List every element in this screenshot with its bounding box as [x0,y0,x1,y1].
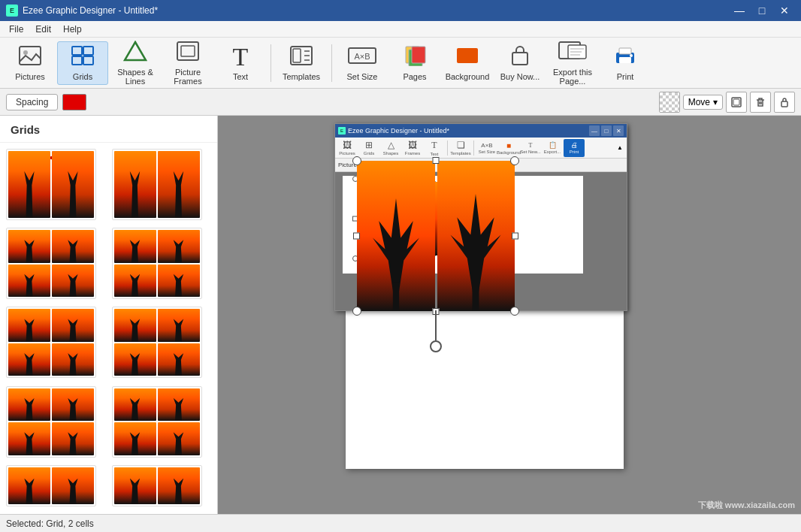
toolbar-background[interactable]: Background [442,41,493,85]
grid-thumb-3[interactable] [6,228,96,299]
inner-maximize: □ [601,125,612,136]
svg-rect-10 [293,49,301,62]
toolbar-pages[interactable]: Pages [389,41,440,85]
toolbar-divider-2 [331,44,332,82]
export-icon [558,41,588,65]
toolbar-templates[interactable]: Templates [276,41,327,85]
grid-thumb-2[interactable] [112,149,202,220]
grid-thumb-8[interactable] [112,386,202,458]
grid-thumb-9[interactable] [6,465,96,506]
main-layout: Grids [0,116,801,514]
toolbar-set-size[interactable]: A×B Set Size [337,41,388,85]
svg-rect-28 [619,48,631,54]
inner-templates-icon: ❏ [457,140,465,150]
spacing-button[interactable]: Spacing [6,94,58,110]
main-grid-selection[interactable] [357,161,515,311]
pages-icon [403,45,427,70]
grid-thumb-10[interactable] [112,465,202,506]
background-icon [455,45,479,70]
svg-rect-31 [733,99,739,105]
inner-setsize-btn: A×B Set Size [476,139,497,157]
sel-handle-ml[interactable] [353,233,360,240]
svg-rect-5 [83,56,93,65]
svg-rect-34 [781,101,787,107]
inner-grids-btn: ⊞ Grids [358,139,379,157]
templates-label: Templates [283,72,320,81]
inner-export-lbl: Export... [544,150,561,154]
inner-bg-icon: ■ [506,141,511,150]
svg-rect-3 [83,47,93,55]
svg-rect-20 [512,53,527,65]
svg-text:A×B: A×B [354,52,370,61]
toolbar-print[interactable]: Print [600,41,651,85]
pictures-label: Pictures [15,72,45,81]
status-text: Selected: Grid, 2 cells [6,518,94,529]
panel-content [0,143,217,514]
inner-text2-icon: T [529,142,533,149]
toolbar-text[interactable]: T Text [215,41,266,85]
inner-pictures-btn: 🖼 Pictures [337,139,358,157]
window-controls: — □ ✕ [729,0,795,21]
sel-handle-bl[interactable] [352,307,361,316]
toolbar-picture-frames[interactable]: Picture Frames [162,41,213,85]
toolbar-grids[interactable]: Grids [57,41,108,85]
delete-button[interactable] [750,92,771,113]
sel-handle-tr[interactable] [510,156,519,165]
app-icon: E [6,5,18,17]
inner-print-lbl: Print [570,150,579,154]
canvas-area[interactable]: E Ezee Graphic Designer - Untitled* — □ … [218,116,801,514]
svg-rect-39 [393,283,399,312]
close-button[interactable]: ✕ [774,0,795,21]
grid-thumb-1[interactable] [6,149,96,220]
checker-background-button[interactable] [659,92,680,113]
sel-handle-tl[interactable] [352,156,361,165]
menu-file[interactable]: File [3,23,29,36]
inner-title-bar: E Ezee Graphic Designer - Untitled* — □ … [335,124,627,138]
title-bar: E Ezee Graphic Designer - Untitled* — □ … [0,0,801,21]
inner-window-controls: — □ ✕ [589,125,624,136]
pages-label: Pages [403,72,426,81]
grid-thumb-4[interactable] [112,228,202,299]
toolbar-divider-1 [271,44,271,82]
inner-pictures-icon: 🖼 [343,140,352,150]
move-dropdown[interactable]: Move ▾ [683,95,723,110]
background-label: Background [446,72,490,81]
fit-page-icon [731,97,742,107]
menu-edit[interactable]: Edit [29,23,57,36]
picture-frames-icon [176,41,200,65]
inner-app-icon: E [338,127,346,135]
toolbar-export[interactable]: Export this Page... [547,41,598,85]
buy-now-label: Buy Now... [500,72,540,81]
menu-help[interactable]: Help [57,23,88,36]
svg-rect-27 [619,57,631,63]
move-label: Move [688,97,710,107]
watermark: 下载啦 www.xiazaila.com [698,500,795,511]
inner-setsize-lbl: Set Size [479,150,495,154]
inner-collapse: ▲ [615,144,625,151]
color-swatch[interactable] [62,94,86,110]
rotation-circle[interactable] [430,340,442,352]
pictures-icon [18,45,42,70]
toolbar: Pictures Grids Shapes & Lines Picture Fr… [0,38,801,89]
inner-toolbar: 🖼 Pictures ⊞ Grids △ Shapes 🖼 Frames T [335,138,627,159]
grid-thumb-5[interactable] [6,307,96,378]
buy-now-icon [508,45,532,70]
svg-rect-18 [412,47,425,63]
toolbar-buy-now[interactable]: Buy Now... [494,41,546,85]
maximize-button[interactable]: □ [751,0,772,21]
grid-thumb-6[interactable] [112,307,202,378]
fit-page-button[interactable] [726,92,747,113]
toolbar-shapes-lines[interactable]: Shapes & Lines [110,41,161,85]
minimize-button[interactable]: — [729,0,750,21]
toolbar-pictures[interactable]: Pictures [5,41,56,85]
svg-rect-7 [177,42,198,60]
sel-handle-tm[interactable] [433,157,440,164]
inner-minimize: — [589,125,600,136]
rotation-handle[interactable] [430,310,442,352]
grid-thumb-7[interactable] [6,386,96,458]
inner-templates-lbl: Templates [450,151,470,156]
lock-button[interactable] [774,92,795,113]
main-grid-cell-2 [437,161,515,311]
sel-handle-mr[interactable] [512,233,518,240]
sel-handle-br[interactable] [510,307,519,316]
